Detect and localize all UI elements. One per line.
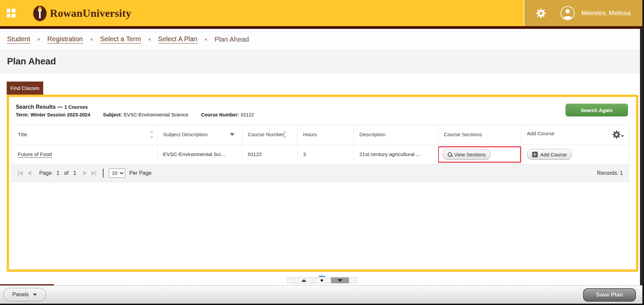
cell-course-sections: View Sections xyxy=(438,145,521,164)
cell-hours: 3 xyxy=(297,145,353,164)
results-heading-main: Search Results — xyxy=(16,104,63,110)
user-avatar-icon[interactable] xyxy=(561,6,575,20)
view-sections-button[interactable]: View Sections xyxy=(443,149,491,160)
focus-indicator xyxy=(319,276,325,277)
breadcrumb-separator-icon xyxy=(90,38,93,41)
main-content: Find Classes Search Results — 1 Courses … xyxy=(0,73,644,285)
sort-icon xyxy=(283,132,286,138)
cell-description: 21st century agricultural ... xyxy=(353,145,438,164)
column-header-description[interactable]: Description xyxy=(353,125,438,145)
column-header-hours[interactable]: Hours xyxy=(297,125,353,145)
previous-page-button[interactable] xyxy=(27,170,31,176)
breadcrumb-current-plan-ahead: Plan Ahead xyxy=(214,36,249,43)
breadcrumb-link-select-a-plan[interactable]: Select A Plan xyxy=(158,35,198,44)
course-title-link[interactable]: Future of Food xyxy=(18,151,52,158)
gear-icon xyxy=(536,8,546,18)
column-header-add-course[interactable]: Add Course xyxy=(521,125,629,145)
scroll-reset-button[interactable] xyxy=(313,277,331,283)
header-user-section: Meireles, Melissa xyxy=(524,0,644,26)
scroll-control-edge xyxy=(349,277,357,283)
magnifier-icon xyxy=(448,152,452,157)
records-count: Records: 1 xyxy=(597,170,623,176)
triangle-up-icon xyxy=(301,279,307,282)
panels-tab-accent xyxy=(0,284,54,286)
window-right-edge xyxy=(642,0,644,305)
chevron-down-icon xyxy=(120,170,123,174)
column-header-course-number[interactable]: Course Number xyxy=(242,125,297,145)
plus-icon xyxy=(532,152,538,157)
top-header: RowanUniversity Meireles, Melissa xyxy=(0,0,644,29)
table-settings-button[interactable] xyxy=(554,130,629,139)
bottom-toolbar: Panels Save Plan xyxy=(0,285,644,305)
results-grid: Title Subject Description Course Number xyxy=(12,124,629,182)
cell-add-course: Add Course xyxy=(521,145,629,164)
settings-menu-button[interactable] xyxy=(530,8,551,18)
app-nav-menu-button[interactable] xyxy=(0,0,22,26)
triangle-down-icon xyxy=(33,294,37,296)
results-header: Search Results — 1 Courses Term:Winter S… xyxy=(9,97,636,117)
breadcrumb: Student Registration Select a Term Selec… xyxy=(0,29,644,50)
pagination-divider xyxy=(103,169,104,177)
column-header-subject-description[interactable]: Subject Description xyxy=(157,125,242,145)
highlight-box: View Sections xyxy=(438,146,521,163)
search-results-panel: Search Results — 1 Courses Term:Winter S… xyxy=(7,95,638,272)
last-page-button[interactable] xyxy=(91,170,96,176)
window-bottom-edge xyxy=(0,304,644,305)
of-label: of xyxy=(64,170,68,176)
torch-icon xyxy=(33,5,47,21)
user-name[interactable]: Meireles, Melissa xyxy=(581,9,631,17)
brand-name: RowanUniversity xyxy=(50,7,131,19)
results-criteria: Term:Winter Session 2023-2024 Subject:EV… xyxy=(16,112,254,117)
page-title-bar: Plan Ahead xyxy=(0,50,644,73)
table-row: Future of Food EVSC-Environmental Sci...… xyxy=(12,145,629,164)
add-course-button[interactable]: Add Course xyxy=(527,149,572,160)
column-header-title[interactable]: Title xyxy=(12,125,157,145)
scroll-control-edge xyxy=(287,277,295,283)
triangle-down-icon xyxy=(337,279,343,282)
gear-icon xyxy=(612,130,621,139)
scroll-up-button[interactable] xyxy=(295,277,313,283)
sorted-desc-icon xyxy=(230,133,235,136)
breadcrumb-separator-icon xyxy=(148,38,151,41)
menu-grid-icon xyxy=(7,9,15,17)
sort-icon xyxy=(150,132,153,138)
brand-logo[interactable]: RowanUniversity xyxy=(33,5,131,21)
criteria-term: Term:Winter Session 2023-2024 xyxy=(16,112,90,117)
breadcrumb-link-registration[interactable]: Registration xyxy=(47,35,83,44)
breadcrumb-link-student[interactable]: Student xyxy=(7,35,30,44)
search-again-button[interactable]: Search Again xyxy=(566,104,628,116)
results-meta: Search Results — 1 Courses Term:Winter S… xyxy=(16,104,254,117)
panel-scroll-control xyxy=(287,277,357,284)
panels-button[interactable]: Panels xyxy=(3,288,46,301)
breadcrumb-link-select-a-term[interactable]: Select a Term xyxy=(100,35,141,44)
results-heading-count: 1 Courses xyxy=(64,104,88,110)
total-pages-value: 1 xyxy=(73,170,76,176)
pagination-bar: Page 1 of 1 10 Per Page Records: 1 xyxy=(12,164,629,182)
results-heading: Search Results — 1 Courses xyxy=(16,104,254,110)
per-page-label: Per Page xyxy=(129,170,152,176)
first-page-button[interactable] xyxy=(18,170,23,176)
save-plan-button[interactable]: Save Plan xyxy=(583,288,636,302)
table-header-row: Title Subject Description Course Number xyxy=(12,125,629,145)
cell-course-number: 01122 xyxy=(242,145,297,164)
caret-down-icon xyxy=(621,135,624,137)
next-page-button[interactable] xyxy=(83,170,87,176)
dot-icon xyxy=(321,279,323,282)
page-label: Page xyxy=(39,170,52,176)
cell-subject-description: EVSC-Environmental Sci... xyxy=(157,145,242,164)
page-title: Plan Ahead xyxy=(7,56,56,67)
breadcrumb-separator-icon xyxy=(205,38,207,41)
tab-find-classes[interactable]: Find Classes xyxy=(7,82,43,95)
column-header-course-sections[interactable]: Course Sections xyxy=(438,125,521,145)
criteria-course-number: Course Number:01122 xyxy=(201,112,254,117)
breadcrumb-separator-icon xyxy=(38,38,40,41)
scroll-down-button[interactable] xyxy=(331,277,349,283)
current-page-value[interactable]: 1 xyxy=(56,170,59,176)
per-page-select[interactable]: 10 xyxy=(109,168,125,178)
cell-title: Future of Food xyxy=(12,145,157,164)
criteria-subject: Subject:EVSC-Environmental Science xyxy=(103,112,188,117)
